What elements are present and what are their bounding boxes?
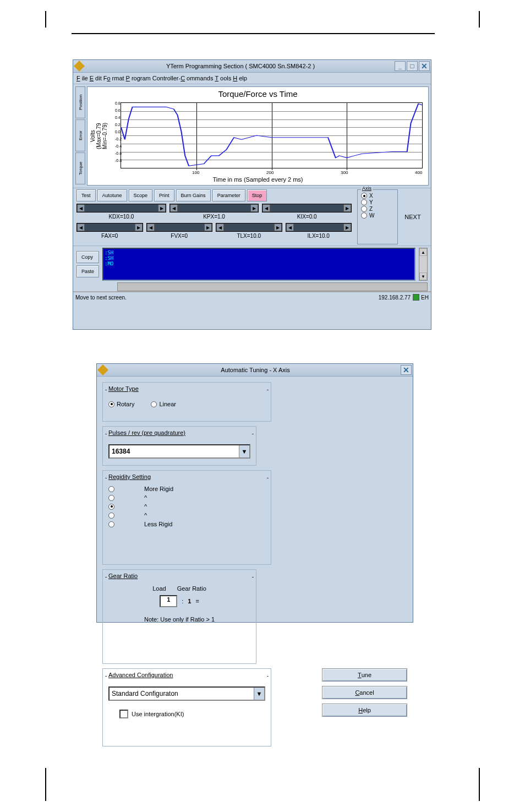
paste-button[interactable]: Paste (76, 265, 99, 277)
ytick: -0.8 (115, 159, 122, 162)
autotune-button[interactable]: Autotune (97, 189, 127, 201)
plot-area (121, 102, 423, 168)
fvx-slider[interactable]: ◀▶ (146, 223, 213, 232)
rigidity-3-radio[interactable]: ^ (108, 503, 265, 510)
menu-program[interactable]: Program (126, 75, 151, 81)
app-icon (74, 61, 85, 72)
menu-controller[interactable]: Controller-Commands (152, 75, 214, 81)
pulses-combo[interactable]: ▼ (108, 444, 250, 459)
dialog-title: Automatic Tuning - X Axis (110, 367, 401, 373)
divider (72, 33, 435, 34)
titlebar[interactable]: YTerm Programming Section ( SMC4000 Sn.S… (73, 60, 431, 73)
config-input[interactable] (110, 688, 254, 700)
rotary-radio[interactable]: Rotary (108, 401, 134, 407)
chart: Torque/Force vs Time Volts(Max=0.79Min=-… (87, 86, 429, 186)
close-button[interactable]: ✕ (401, 365, 412, 375)
kpx-label: KPX=1.0 (169, 214, 259, 220)
page-border (479, 11, 480, 28)
tlx-label: TLX=10.0 (216, 233, 282, 239)
kdx-slider[interactable]: ◀▶ (76, 204, 166, 212)
ytick: 0.4 (115, 116, 121, 119)
ytick: 0.2 (115, 123, 121, 127)
tlx-slider[interactable]: ◀▶ (216, 223, 282, 232)
window-title: YTerm Programming Section ( SMC4000 Sn.S… (86, 63, 395, 69)
print-button[interactable]: Print (154, 189, 174, 201)
kix-slider[interactable]: ◀▶ (262, 204, 352, 212)
ytick: -0.2 (115, 137, 122, 141)
tab-error[interactable]: Error (75, 119, 85, 151)
motor-type-group: -Motor Type- Rotary Linear (102, 382, 271, 422)
close-button[interactable]: ✕ (419, 61, 430, 71)
linear-radio[interactable]: Linear (151, 401, 176, 407)
axis-y-radio[interactable]: Y (361, 199, 394, 205)
axis-x-radio[interactable]: X (361, 193, 394, 199)
rigidity-1-radio[interactable]: More Rigid (108, 486, 265, 492)
menu-file[interactable]: File (76, 75, 88, 81)
axis-group: Axis X Y Z W (357, 189, 398, 244)
page-border (45, 768, 46, 801)
xtick: 200 (266, 170, 274, 175)
next-button[interactable]: NEXT (398, 189, 428, 244)
gear-ratio-header: Gear Ratio (177, 585, 206, 592)
menu-format[interactable]: Format (103, 75, 124, 81)
scope-button[interactable]: Scope (129, 189, 153, 201)
tab-torque[interactable]: Torque (75, 152, 85, 184)
ytick: 0.8 (115, 101, 121, 105)
burn-gains-button[interactable]: Burn Gains (176, 189, 211, 201)
ytick: -0.6 (115, 151, 122, 155)
vscrollbar[interactable]: ▲▼ (419, 248, 428, 281)
menu-edit[interactable]: Edit (90, 75, 102, 81)
kpx-slider[interactable]: ◀▶ (169, 204, 259, 212)
tuning-dialog: Automatic Tuning - X Axis ✕ -Motor Type-… (96, 363, 413, 623)
page-border (45, 11, 46, 28)
statusbar: Move to next screen. 192.168.2.77 EH (73, 291, 431, 302)
status-ip: 192.168.2.77 (379, 295, 411, 301)
ilx-label: ILX=10.0 (286, 233, 352, 239)
dropdown-icon[interactable]: ▼ (239, 445, 249, 457)
status-text: Move to next screen. (75, 295, 127, 301)
ratio-value: 1 (188, 598, 191, 604)
status-led-icon (413, 294, 419, 301)
tab-position[interactable]: Position (75, 86, 85, 118)
tune-button[interactable]: Tune (322, 668, 407, 682)
parameter-button[interactable]: Parameter (212, 189, 245, 201)
gear-ratio-group: -Gear Ratio- Load Gear Ratio 1 : 1 = Not… (102, 569, 256, 664)
maximize-button[interactable]: □ (407, 61, 418, 71)
config-combo[interactable]: ▼ (108, 686, 265, 701)
xtick: 400 (415, 170, 422, 175)
test-button[interactable]: Test (76, 189, 96, 201)
fax-label: FAX=0 (76, 233, 143, 239)
ki-label: Use intergration(KI) (132, 711, 184, 717)
axis-z-radio[interactable]: Z (361, 206, 394, 212)
help-button[interactable]: Help (322, 704, 407, 717)
load-value[interactable]: 1 (160, 595, 177, 607)
kix-label: KIX=0.0 (262, 214, 352, 220)
rigidity-4-radio[interactable]: ^ (108, 512, 265, 519)
pulses-input[interactable] (110, 445, 239, 457)
app-icon (97, 364, 108, 375)
status-led-label: EH (421, 295, 429, 301)
menu-tools[interactable]: Tools (215, 75, 231, 81)
console[interactable]: :SH :SH :MO (102, 248, 415, 281)
ki-checkbox[interactable] (119, 710, 128, 718)
dropdown-icon[interactable]: ▼ (254, 688, 264, 700)
fax-slider[interactable]: ◀▶ (76, 223, 143, 232)
rigidity-5-radio[interactable]: Less Rigid (108, 521, 265, 527)
menu-help[interactable]: Help (233, 75, 247, 81)
copy-button[interactable]: Copy (76, 251, 99, 263)
stop-button[interactable]: Stop (247, 189, 267, 201)
axis-w-radio[interactable]: W (361, 212, 394, 219)
xtick: 300 (341, 170, 348, 175)
hscrollbar[interactable] (117, 282, 428, 291)
ilx-slider[interactable]: ◀▶ (286, 223, 352, 232)
minimize-button[interactable]: _ (395, 61, 406, 71)
titlebar[interactable]: Automatic Tuning - X Axis ✕ (97, 364, 413, 377)
load-header: Load (152, 585, 166, 592)
rigidity-2-radio[interactable]: ^ (108, 494, 265, 501)
main-window: YTerm Programming Section ( SMC4000 Sn.S… (73, 59, 431, 330)
ytick: -0.4 (115, 144, 122, 148)
cancel-button[interactable]: Cancel (322, 686, 407, 699)
xtick: 100 (192, 170, 199, 175)
menubar: File Edit Format Program Controller-Comm… (73, 73, 431, 84)
y-axis-label: Volts(Max=0.79Min=-0.79) (90, 103, 114, 168)
